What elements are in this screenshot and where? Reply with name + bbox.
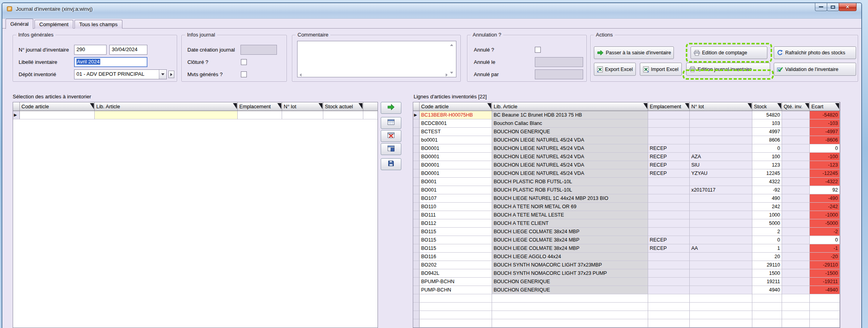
delete-lines-button[interactable] xyxy=(381,130,401,142)
cell-ecart: 0 xyxy=(810,236,840,244)
inventory-row[interactable]: BO116BOUCH LIEGE AGGLO 44x2420-20 xyxy=(413,253,840,261)
selection-empty-row[interactable]: ▶ xyxy=(13,111,378,119)
cell-lib: BOUCH SYNTH NOMACORC LIGHT 37x23 PUMP xyxy=(492,269,648,278)
date-journal-field[interactable]: 30/04/2024 xyxy=(109,45,147,55)
cell-stock: 5000 xyxy=(752,219,782,228)
inventory-row[interactable]: BCDCB001Bouchon Callac Blanc103-103 xyxy=(413,119,840,128)
row-selector-cell xyxy=(413,194,420,203)
cloture-checkbox[interactable] xyxy=(241,59,247,65)
depot-combobox[interactable]: 01 - ADV DEPOT PRINCIPAL xyxy=(74,69,167,79)
scroll-down-icon[interactable] xyxy=(450,72,453,74)
validation-inventaire-button[interactable]: Validation de l'inventaire xyxy=(774,63,856,76)
header-code-article[interactable]: Code article xyxy=(20,102,95,111)
inventory-row[interactable]: BCTESTBOUCHON GENERIQUE4997-4997 xyxy=(413,128,840,136)
minimize-button[interactable] xyxy=(815,3,827,11)
infos-journal-group: Infos journal Date création journal Clôt… xyxy=(181,35,287,82)
transfer-selection-button[interactable] xyxy=(381,102,401,114)
inventory-row[interactable]: BO115BOUCH LIEGE COLMATE 38x24 MBPRECEPA… xyxy=(413,244,840,253)
inventory-table-header: Code article Lib. Article Emplacement N°… xyxy=(413,102,840,111)
cell-qte-inv xyxy=(782,261,810,269)
inventory-row[interactable]: BO115BOUCH LIEGE COLMATE 38x24 MBPRECEP0… xyxy=(413,236,840,244)
rafraichir-stocks-button[interactable]: Rafraîchir photo des stocks xyxy=(774,46,856,59)
copy-lines-button[interactable] xyxy=(381,117,401,129)
header-ecart[interactable]: Ecart xyxy=(810,102,840,111)
mvts-generes-checkbox[interactable] xyxy=(241,71,247,77)
cell-code: BO107 xyxy=(420,194,492,203)
header-n-lot[interactable]: N° lot xyxy=(690,102,752,111)
inventory-row[interactable]: BO107BOUCH LIEGE NATUREL 1C 44x24 MBP 20… xyxy=(413,194,840,203)
cell-stock[interactable] xyxy=(323,111,363,119)
inventory-row[interactable]: ▶BC13BEBR-H00075HBBC Beaune 1C Brunet HD… xyxy=(413,111,840,119)
commentaire-textarea[interactable] xyxy=(297,41,456,77)
cell-emplacement xyxy=(648,211,690,219)
cell-qte-inv xyxy=(782,244,810,253)
row-selector-cell xyxy=(413,128,420,136)
inventory-row[interactable]: BO202BOUCH SYNTH NOMACORC LIGHT 37x23MBP… xyxy=(413,261,840,269)
copy-save-lines-button[interactable] xyxy=(381,143,401,155)
cell-code: BC13BEBR-H00075HB xyxy=(420,111,492,119)
close-button[interactable]: ✕ xyxy=(839,3,857,11)
header-stock-actuel[interactable]: Stock actuel xyxy=(323,102,363,111)
inventory-row[interactable]: BO115BOUCH LIEGE COLMATE 38x24 MBP2-2 xyxy=(413,228,840,236)
header-lib-article[interactable]: Lib. Article xyxy=(95,102,238,111)
header-code-article[interactable]: Code article xyxy=(420,102,492,111)
save-button[interactable] xyxy=(381,158,401,170)
export-excel-button[interactable]: Export Excel xyxy=(594,63,636,76)
selection-table-header: Code article Lib. Article Emplacement N°… xyxy=(13,102,378,111)
cell-emplacement[interactable] xyxy=(238,111,282,119)
depot-more-button[interactable] xyxy=(168,71,174,78)
cell xyxy=(782,294,810,303)
row-selector-cell xyxy=(413,211,420,219)
header-emplacement[interactable]: Emplacement xyxy=(648,102,690,111)
cell xyxy=(782,303,810,311)
header-stock[interactable]: Stock xyxy=(752,102,782,111)
inventory-row[interactable]: BO0001BOUCHON LIEGE NATUREL 45/24 VDAREC… xyxy=(413,161,840,169)
sort-triangle-icon xyxy=(233,103,237,109)
header-qte-inv[interactable]: Qté. inv. xyxy=(782,102,810,111)
titlebar[interactable]: Journal d'inventaire (xinvj:a:winvj) ✕ xyxy=(2,3,861,19)
selected-text: Avril 2024 xyxy=(76,59,100,65)
tab-general[interactable]: Général xyxy=(6,19,33,29)
tab-complement[interactable]: Complément xyxy=(34,20,73,29)
annule-checkbox[interactable] xyxy=(535,47,541,53)
cell-qte-inv xyxy=(782,128,810,136)
saisie-inventaire-button[interactable]: Passer à la saisie d'inventaire xyxy=(594,46,674,59)
dropdown-arrow-icon[interactable] xyxy=(159,70,166,79)
header-lib-article[interactable]: Lib. Article xyxy=(492,102,648,111)
inventory-row[interactable]: BO110BOUCH A TETE NOIR METAL OR 69242-24… xyxy=(413,203,840,211)
edition-journal-button[interactable]: Edition journal inventaire xyxy=(686,63,770,76)
inventory-row[interactable]: PUMP-BCHNBOUCHON GENERIQUE4940-4940 xyxy=(413,286,840,294)
header-emplacement[interactable]: Emplacement xyxy=(238,102,282,111)
header-row-selector xyxy=(413,102,420,111)
inventory-row[interactable]: BO112BOUCH A TETE CLIENT5000-5000 xyxy=(413,219,840,228)
scroll-left-icon[interactable] xyxy=(300,73,301,77)
edition-comptage-button[interactable]: Edition de comptage xyxy=(691,46,767,59)
inventory-row[interactable]: BPUMP-BCHNBOUCHON GENERIQUE19211-19211 xyxy=(413,278,840,286)
inventory-row[interactable]: BO0001BOUCHON LIEGE NATUREL 45/24 VDAREC… xyxy=(413,169,840,178)
cell xyxy=(648,294,690,303)
cell-lot[interactable] xyxy=(282,111,323,119)
cell-lib: Bouchon Callac Blanc xyxy=(492,119,648,128)
import-excel-button[interactable]: Import Excel xyxy=(640,63,682,76)
inventory-row[interactable]: BO001BOUCH PLASTIC ROB FUT5L-10L4322-432… xyxy=(413,178,840,186)
inventory-row[interactable]: BO0001BOUCHON LIEGE NATUREL 45/24 VDAREC… xyxy=(413,144,840,153)
inventory-row[interactable]: BO001BOUCH PLASTIC ROB FUT5L-10Lx2017011… xyxy=(413,186,840,194)
scroll-right-icon[interactable] xyxy=(446,73,448,77)
cell-lib-input[interactable] xyxy=(95,111,238,119)
header-n-lot[interactable]: N° lot xyxy=(282,102,323,111)
inventory-row[interactable]: BO942LBOUCH SYNTH NOMACORC LIGHT 37x23 P… xyxy=(413,269,840,278)
inventory-row[interactable]: BO0001BOUCHON LIEGE NATUREL 45/24 VDAREC… xyxy=(413,153,840,161)
inventory-row[interactable]: BO111BOUCH A TETE METAL LESTE1000-1000 xyxy=(413,211,840,219)
libelle-field[interactable]: Avril 2024 xyxy=(74,57,147,67)
cell xyxy=(420,294,492,303)
scroll-up-icon[interactable] xyxy=(450,44,453,46)
maximize-button[interactable] xyxy=(827,3,839,11)
annule-le-field xyxy=(535,57,583,67)
cell-lot xyxy=(690,111,752,119)
tab-tous-les-champs[interactable]: Tous les champs xyxy=(74,20,122,29)
inventory-row[interactable]: bo0001BOUCHON LIEGE NATUREL 45/24 VDA860… xyxy=(413,136,840,144)
cell-emplacement xyxy=(648,186,690,194)
cell-code[interactable] xyxy=(20,111,95,119)
numero-journal-field[interactable]: 290 xyxy=(74,45,107,55)
cell-lot xyxy=(690,286,752,294)
